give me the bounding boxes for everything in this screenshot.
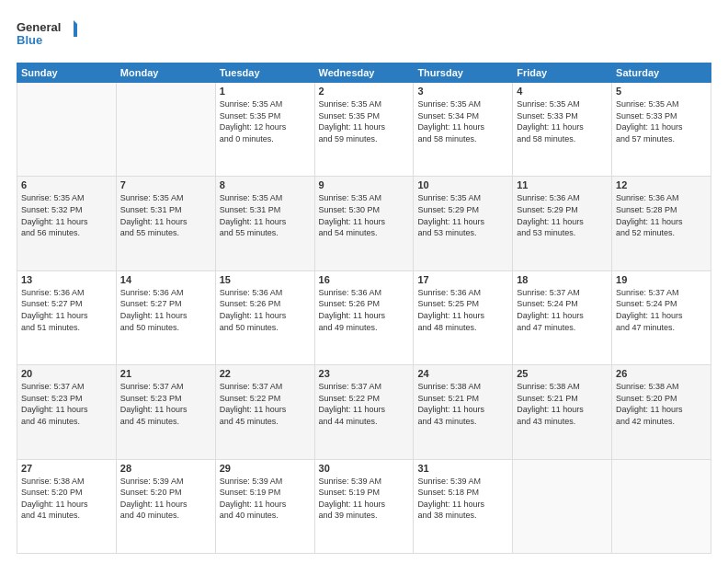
calendar-cell: 27Sunrise: 5:38 AM Sunset: 5:20 PM Dayli… [17, 459, 117, 553]
calendar-cell: 24Sunrise: 5:38 AM Sunset: 5:21 PM Dayli… [414, 365, 513, 459]
cell-info: Sunrise: 5:36 AM Sunset: 5:27 PM Dayligh… [21, 287, 112, 333]
day-number: 2 [319, 86, 410, 97]
svg-marker-2 [74, 20, 81, 37]
cell-info: Sunrise: 5:37 AM Sunset: 5:24 PM Dayligh… [517, 287, 608, 333]
calendar-cell: 7Sunrise: 5:35 AM Sunset: 5:31 PM Daylig… [116, 177, 215, 270]
cell-info: Sunrise: 5:36 AM Sunset: 5:28 PM Dayligh… [616, 192, 707, 238]
day-number: 10 [417, 179, 508, 190]
calendar-cell: 28Sunrise: 5:39 AM Sunset: 5:20 PM Dayli… [116, 459, 215, 553]
week-row-5: 27Sunrise: 5:38 AM Sunset: 5:20 PM Dayli… [17, 459, 711, 553]
day-number: 12 [616, 179, 707, 190]
weekday-header-saturday: Saturday [612, 63, 711, 83]
cell-info: Sunrise: 5:37 AM Sunset: 5:22 PM Dayligh… [220, 381, 311, 427]
cell-info: Sunrise: 5:35 AM Sunset: 5:31 PM Dayligh… [220, 192, 311, 238]
day-number: 21 [120, 368, 211, 379]
calendar-cell: 9Sunrise: 5:35 AM Sunset: 5:30 PM Daylig… [314, 177, 414, 270]
calendar-cell: 16Sunrise: 5:36 AM Sunset: 5:26 PM Dayli… [314, 270, 414, 364]
day-number: 22 [220, 368, 311, 379]
cell-info: Sunrise: 5:35 AM Sunset: 5:33 PM Dayligh… [517, 98, 608, 144]
cell-info: Sunrise: 5:37 AM Sunset: 5:24 PM Dayligh… [616, 287, 707, 333]
cell-info: Sunrise: 5:35 AM Sunset: 5:31 PM Dayligh… [120, 192, 211, 238]
cell-info: Sunrise: 5:39 AM Sunset: 5:19 PM Dayligh… [220, 476, 311, 522]
cell-info: Sunrise: 5:38 AM Sunset: 5:20 PM Dayligh… [616, 381, 707, 427]
day-number: 7 [120, 179, 211, 190]
day-number: 4 [517, 86, 608, 97]
week-row-3: 13Sunrise: 5:36 AM Sunset: 5:27 PM Dayli… [17, 270, 711, 364]
day-number: 25 [517, 368, 608, 379]
calendar-cell: 3Sunrise: 5:35 AM Sunset: 5:34 PM Daylig… [414, 83, 513, 177]
day-number: 6 [21, 179, 112, 190]
day-number: 17 [417, 274, 508, 285]
calendar-cell: 8Sunrise: 5:35 AM Sunset: 5:31 PM Daylig… [215, 177, 314, 270]
cell-info: Sunrise: 5:35 AM Sunset: 5:29 PM Dayligh… [417, 192, 508, 238]
calendar-cell: 26Sunrise: 5:38 AM Sunset: 5:20 PM Dayli… [612, 365, 711, 459]
day-number: 1 [220, 86, 311, 97]
day-number: 18 [517, 274, 608, 285]
calendar-cell: 1Sunrise: 5:35 AM Sunset: 5:35 PM Daylig… [215, 83, 314, 177]
calendar-table: SundayMondayTuesdayWednesdayThursdayFrid… [17, 63, 711, 554]
svg-text:Blue: Blue [17, 33, 42, 47]
weekday-header-tuesday: Tuesday [215, 63, 314, 83]
day-number: 30 [319, 463, 410, 474]
day-number: 3 [417, 86, 508, 97]
cell-info: Sunrise: 5:36 AM Sunset: 5:27 PM Dayligh… [120, 287, 211, 333]
weekday-header-row: SundayMondayTuesdayWednesdayThursdayFrid… [17, 63, 711, 83]
weekday-header-sunday: Sunday [17, 63, 117, 83]
cell-info: Sunrise: 5:36 AM Sunset: 5:25 PM Dayligh… [417, 287, 508, 333]
cell-info: Sunrise: 5:38 AM Sunset: 5:21 PM Dayligh… [517, 381, 608, 427]
day-number: 24 [417, 368, 508, 379]
cell-info: Sunrise: 5:39 AM Sunset: 5:18 PM Dayligh… [417, 476, 508, 522]
weekday-header-friday: Friday [513, 63, 612, 83]
cell-info: Sunrise: 5:35 AM Sunset: 5:32 PM Dayligh… [21, 192, 112, 238]
cell-info: Sunrise: 5:39 AM Sunset: 5:20 PM Dayligh… [120, 476, 211, 522]
cell-info: Sunrise: 5:38 AM Sunset: 5:20 PM Dayligh… [21, 476, 112, 522]
calendar-cell: 5Sunrise: 5:35 AM Sunset: 5:33 PM Daylig… [612, 83, 711, 177]
day-number: 29 [220, 463, 311, 474]
week-row-4: 20Sunrise: 5:37 AM Sunset: 5:23 PM Dayli… [17, 365, 711, 459]
calendar-cell: 23Sunrise: 5:37 AM Sunset: 5:22 PM Dayli… [314, 365, 414, 459]
cell-info: Sunrise: 5:38 AM Sunset: 5:21 PM Dayligh… [417, 381, 508, 427]
cell-info: Sunrise: 5:37 AM Sunset: 5:22 PM Dayligh… [319, 381, 410, 427]
day-number: 11 [517, 179, 608, 190]
day-number: 13 [21, 274, 112, 285]
cell-info: Sunrise: 5:39 AM Sunset: 5:19 PM Dayligh… [319, 476, 410, 522]
calendar-cell: 21Sunrise: 5:37 AM Sunset: 5:23 PM Dayli… [116, 365, 215, 459]
calendar-cell [612, 459, 711, 553]
cell-info: Sunrise: 5:36 AM Sunset: 5:29 PM Dayligh… [517, 192, 608, 238]
day-number: 19 [616, 274, 707, 285]
calendar-cell [513, 459, 612, 553]
week-row-1: 1Sunrise: 5:35 AM Sunset: 5:35 PM Daylig… [17, 83, 711, 177]
week-row-2: 6Sunrise: 5:35 AM Sunset: 5:32 PM Daylig… [17, 177, 711, 270]
weekday-header-wednesday: Wednesday [314, 63, 414, 83]
day-number: 23 [319, 368, 410, 379]
calendar-cell: 29Sunrise: 5:39 AM Sunset: 5:19 PM Dayli… [215, 459, 314, 553]
day-number: 8 [220, 179, 311, 190]
calendar-cell: 20Sunrise: 5:37 AM Sunset: 5:23 PM Dayli… [17, 365, 117, 459]
calendar-cell: 25Sunrise: 5:38 AM Sunset: 5:21 PM Dayli… [513, 365, 612, 459]
calendar-cell: 10Sunrise: 5:35 AM Sunset: 5:29 PM Dayli… [414, 177, 513, 270]
cell-info: Sunrise: 5:37 AM Sunset: 5:23 PM Dayligh… [21, 381, 112, 427]
calendar-cell: 15Sunrise: 5:36 AM Sunset: 5:26 PM Dayli… [215, 270, 314, 364]
calendar-cell: 2Sunrise: 5:35 AM Sunset: 5:35 PM Daylig… [314, 83, 414, 177]
cell-info: Sunrise: 5:35 AM Sunset: 5:34 PM Dayligh… [417, 98, 508, 144]
day-number: 16 [319, 274, 410, 285]
weekday-header-monday: Monday [116, 63, 215, 83]
day-number: 14 [120, 274, 211, 285]
cell-info: Sunrise: 5:36 AM Sunset: 5:26 PM Dayligh… [220, 287, 311, 333]
calendar-cell: 6Sunrise: 5:35 AM Sunset: 5:32 PM Daylig… [17, 177, 117, 270]
calendar-cell [116, 83, 215, 177]
day-number: 5 [616, 86, 707, 97]
calendar-cell: 18Sunrise: 5:37 AM Sunset: 5:24 PM Dayli… [513, 270, 612, 364]
cell-info: Sunrise: 5:37 AM Sunset: 5:23 PM Dayligh… [120, 381, 211, 427]
calendar-cell: 30Sunrise: 5:39 AM Sunset: 5:19 PM Dayli… [314, 459, 414, 553]
logo: General Blue [17, 17, 81, 53]
day-number: 15 [220, 274, 311, 285]
header: General Blue [17, 17, 711, 53]
page: General Blue SundayMondayTuesdayWednesda… [0, 0, 728, 563]
day-number: 9 [319, 179, 410, 190]
weekday-header-thursday: Thursday [414, 63, 513, 83]
day-number: 20 [21, 368, 112, 379]
cell-info: Sunrise: 5:35 AM Sunset: 5:30 PM Dayligh… [319, 192, 410, 238]
cell-info: Sunrise: 5:35 AM Sunset: 5:35 PM Dayligh… [220, 98, 311, 144]
calendar-cell: 17Sunrise: 5:36 AM Sunset: 5:25 PM Dayli… [414, 270, 513, 364]
